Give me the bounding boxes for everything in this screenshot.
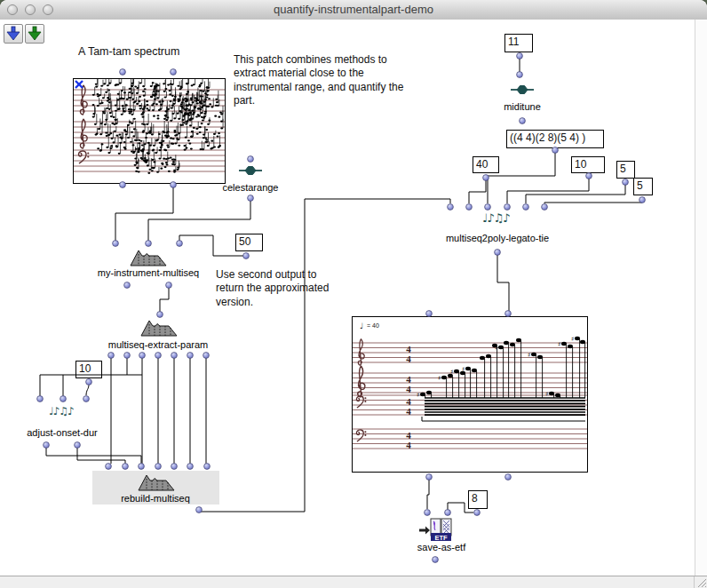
rebuild-multiseq-icon[interactable] [138, 473, 175, 491]
port-dot[interactable] [171, 464, 178, 470]
port-dot[interactable] [75, 442, 81, 449]
port-dot[interactable] [523, 204, 529, 211]
port-dot[interactable] [204, 464, 211, 470]
port-dot[interactable] [520, 118, 526, 124]
adjust-onset-dur-label[interactable]: adjust-onset-dur [18, 427, 107, 438]
value-box-40[interactable]: 40 [473, 156, 499, 173]
comment-second-output[interactable]: Use second output to return the approxim… [216, 268, 340, 309]
port-dot[interactable] [83, 396, 90, 402]
port-dot[interactable] [171, 69, 177, 75]
port-dot[interactable] [123, 464, 129, 470]
comment-description[interactable]: This patch combines methods to extract m… [234, 53, 417, 107]
port-dot[interactable] [542, 204, 548, 211]
multiseq-extract-param-icon[interactable] [140, 319, 178, 337]
port-dot[interactable] [623, 179, 629, 186]
port-dot[interactable] [177, 241, 183, 247]
multiseq2poly-icon[interactable]: ♩♪♫♪ [482, 211, 509, 225]
port-dot[interactable] [203, 353, 210, 359]
port-dot[interactable] [485, 204, 491, 211]
port-dot[interactable] [504, 204, 511, 211]
svg-text:4: 4 [406, 384, 411, 394]
value-box-5-lower[interactable]: 5 [633, 178, 653, 195]
port-dot[interactable] [243, 253, 250, 259]
delete-x-icon[interactable] [75, 81, 83, 88]
port-dot[interactable] [505, 474, 512, 481]
svg-text:♯: ♯ [438, 375, 441, 382]
port-dot[interactable] [426, 311, 433, 317]
green-down-arrow-button[interactable] [25, 24, 44, 44]
horizontal-scrollbar[interactable] [0, 576, 707, 588]
value-box-10-right[interactable]: 10 [571, 156, 605, 173]
port-dot[interactable] [517, 72, 523, 78]
down-arrow-green-icon [26, 25, 44, 43]
port-dot[interactable] [586, 173, 592, 179]
port-dot[interactable] [474, 510, 481, 516]
save-as-etf-icon[interactable]: ETF [419, 518, 455, 542]
port-dot[interactable] [196, 507, 203, 513]
port-dot[interactable] [466, 204, 473, 211]
value-box-50[interactable]: 50 [235, 234, 263, 251]
port-dot[interactable] [124, 282, 131, 289]
value-box-5-upper[interactable]: 5 [616, 161, 635, 179]
blue-down-arrow-button[interactable] [4, 24, 23, 44]
comment-tamtam[interactable]: A Tam-tam spectrum [78, 44, 179, 59]
value-box-rhythm-list[interactable]: ((4 4)(2 8)(5 4) ) [506, 130, 604, 148]
port-dot[interactable] [505, 311, 512, 317]
port-dot[interactable] [37, 396, 44, 402]
port-dot[interactable] [124, 353, 131, 359]
port-dot[interactable] [120, 69, 126, 75]
tamtam-score-box[interactable] [73, 78, 226, 184]
port-dot[interactable] [445, 510, 451, 516]
port-dot[interactable] [171, 182, 177, 188]
port-dot[interactable] [120, 182, 126, 188]
value-box-10-left[interactable]: 10 [75, 361, 102, 378]
port-dot[interactable] [157, 312, 163, 318]
port-dot[interactable] [171, 353, 178, 359]
title-bar[interactable]: quantify-instrumentalpart-demo [0, 0, 707, 20]
save-as-etf-label[interactable]: save-as-etf [401, 542, 481, 552]
quantified-score-box[interactable]: ♩ = 40 44 44 44 44 ♯♯♯♯♯♯♯♯♯ [352, 316, 588, 473]
my-instrument-multiseq-icon[interactable] [130, 249, 167, 266]
port-dot[interactable] [495, 250, 501, 256]
port-dot[interactable] [517, 53, 523, 60]
port-dot[interactable] [108, 353, 115, 359]
port-dot[interactable] [139, 353, 146, 359]
port-dot[interactable] [187, 353, 194, 359]
miditune-icon[interactable] [511, 84, 534, 95]
multiseq-extract-param-label[interactable]: multiseq-extract-param [99, 339, 217, 350]
port-dot[interactable] [426, 474, 433, 481]
resize-grip[interactable] [696, 577, 707, 588]
port-dot[interactable] [166, 282, 172, 289]
port-dot[interactable] [448, 204, 454, 211]
port-dot[interactable] [86, 379, 92, 385]
port-dot[interactable] [248, 195, 254, 202]
miditune-label[interactable]: miditune [487, 101, 558, 112]
vertical-scrollbar[interactable] [695, 20, 707, 576]
celestarange-label[interactable]: celestarange [213, 182, 288, 193]
port-dot[interactable] [425, 510, 431, 516]
multiseq2poly-label[interactable]: multiseq2poly-legato-tie [435, 233, 560, 243]
port-dot[interactable] [155, 353, 162, 359]
port-dot[interactable] [433, 557, 439, 563]
port-dot[interactable] [639, 197, 646, 203]
port-dot[interactable] [106, 464, 112, 470]
celestarange-icon[interactable] [239, 165, 262, 176]
port-dot[interactable] [44, 442, 50, 449]
adjust-onset-dur-icon[interactable]: ♩♪♫♪ [49, 405, 74, 417]
port-dot[interactable] [187, 464, 194, 470]
port-dot[interactable] [552, 147, 559, 154]
etf-text: ETF [434, 534, 448, 542]
port-dot[interactable] [483, 175, 489, 181]
port-dot[interactable] [60, 396, 67, 402]
port-dot[interactable] [155, 464, 162, 470]
svg-text:♯: ♯ [462, 366, 465, 373]
scrollbar-divider [694, 576, 695, 588]
port-dot[interactable] [139, 464, 145, 470]
port-dot[interactable] [146, 241, 152, 247]
value-box-11[interactable]: 11 [504, 34, 533, 52]
port-dot[interactable] [113, 241, 119, 247]
my-instrument-multiseq-label[interactable]: my-instrument-multiseq [89, 267, 208, 278]
rebuild-multiseq-label[interactable]: rebuild-multiseq [105, 493, 206, 504]
value-box-8[interactable]: 8 [468, 490, 488, 509]
port-dot[interactable] [248, 156, 254, 163]
